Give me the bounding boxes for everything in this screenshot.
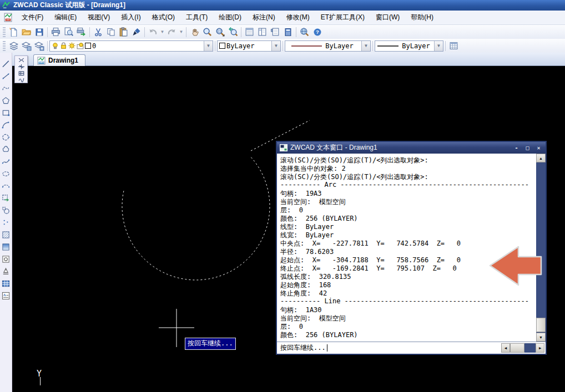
- circle-button[interactable]: [1, 133, 11, 142]
- line-button[interactable]: [1, 59, 11, 69]
- mtext-button[interactable]: A: [1, 291, 11, 301]
- history-line-13: 终止点: X= -169.2841 Y= 795.107 Z= 0: [280, 264, 536, 272]
- scroll-down-button[interactable]: ▼: [536, 333, 546, 342]
- menu-item-7[interactable]: 标注(N): [247, 11, 281, 24]
- redo-dropdown[interactable]: ▼: [178, 26, 184, 38]
- plot-export-button[interactable]: [75, 26, 88, 38]
- paste-button[interactable]: [117, 26, 130, 38]
- rectangle-button[interactable]: [1, 108, 11, 118]
- copy-button[interactable]: [104, 26, 117, 38]
- mini-tool-icon-1[interactable]: [18, 57, 25, 63]
- open-button[interactable]: [20, 26, 33, 38]
- lineweight-combobox[interactable]: ByLayer ▼: [375, 40, 443, 52]
- undo-button[interactable]: [147, 26, 159, 38]
- point-button[interactable]: [1, 218, 11, 227]
- menu-item-6[interactable]: 绘图(D): [213, 11, 247, 24]
- revision-cloud-button[interactable]: [1, 145, 11, 154]
- insert-block-button[interactable]: [1, 194, 11, 203]
- layer-states-button[interactable]: [20, 40, 33, 52]
- menu-item-11[interactable]: 帮助(H): [405, 11, 439, 24]
- boundary-button[interactable]: [1, 267, 11, 276]
- text-window[interactable]: ZWCAD 文本窗口 - Drawing1 - □ ✕ 滚动(SC)/分类(SO…: [276, 141, 547, 355]
- menu-item-5[interactable]: 工具(T): [180, 11, 213, 24]
- scroll-up-button[interactable]: ▲: [536, 154, 546, 162]
- zoom-window-button[interactable]: [214, 26, 226, 38]
- menu-item-1[interactable]: 编辑(E): [49, 11, 82, 24]
- find-button[interactable]: [298, 26, 311, 38]
- horizontal-scrollbar[interactable]: ◀ ▶: [501, 343, 544, 353]
- linetype-combobox[interactable]: ByLayer ▼: [285, 40, 371, 52]
- polyline-button[interactable]: [1, 84, 11, 93]
- scroll-right-button[interactable]: ▶: [536, 343, 544, 353]
- layer-properties-button[interactable]: [7, 40, 20, 52]
- layer-previous-button[interactable]: [33, 40, 46, 52]
- horizontal-scroll-thumb[interactable]: [510, 343, 524, 353]
- quickcalc-button[interactable]: [281, 26, 294, 38]
- lineweight-dropdown-arrow[interactable]: ▼: [434, 41, 443, 51]
- mini-tool-icon-4[interactable]: [18, 77, 25, 83]
- command-input-bar[interactable]: 按回车继续... ◀ ▶: [277, 342, 546, 354]
- toolbar-separator: [89, 27, 90, 37]
- undo-dropdown[interactable]: ▼: [159, 26, 165, 38]
- menu-item-10[interactable]: 窗口(W): [370, 11, 405, 24]
- print-button[interactable]: [49, 26, 62, 38]
- vertical-scrollbar[interactable]: ▲ ▼: [536, 154, 546, 342]
- hatch-button[interactable]: [1, 230, 11, 240]
- menu-item-8[interactable]: 修改(M): [281, 11, 315, 24]
- horizontal-scroll-track[interactable]: [524, 343, 536, 353]
- spline-button[interactable]: [1, 157, 11, 166]
- gradient-button[interactable]: [1, 242, 11, 252]
- designcenter-button[interactable]: [256, 26, 269, 38]
- menu-item-2[interactable]: 视图(V): [82, 11, 115, 24]
- mini-tool-icon-2[interactable]: [18, 64, 25, 70]
- mini-tool-icon-3[interactable]: [18, 70, 25, 77]
- open-folder-icon: [22, 27, 31, 37]
- text-window-close-button[interactable]: ✕: [534, 144, 543, 151]
- arc-button[interactable]: [1, 120, 11, 130]
- save-button[interactable]: [33, 26, 46, 38]
- cut-button[interactable]: [92, 26, 104, 38]
- text-window-body: 滚动(SC)/分类(SO)/追踪(T)/<列出选取对象>:选择集当中的对象: 2…: [277, 154, 546, 342]
- color-dropdown-arrow[interactable]: ▼: [271, 41, 280, 51]
- text-window-titlebar[interactable]: ZWCAD 文本窗口 - Drawing1 - □ ✕: [277, 142, 546, 154]
- tab-drawing1[interactable]: DWG Drawing1: [33, 54, 85, 66]
- vertical-scroll-thumb[interactable]: [536, 318, 546, 332]
- toolbar-grip[interactable]: [3, 41, 6, 51]
- dwg-document-icon[interactable]: [3, 13, 13, 22]
- find-globe-icon: [300, 27, 309, 37]
- redo-button[interactable]: [165, 26, 178, 38]
- construction-line-button[interactable]: [1, 72, 11, 81]
- match-properties-button[interactable]: [130, 26, 143, 38]
- standard-toolbar: ▼ ▼ ?: [0, 25, 565, 39]
- table-button[interactable]: [1, 279, 11, 288]
- layer-dropdown-arrow[interactable]: ▼: [204, 41, 213, 51]
- text-window-maximize-button[interactable]: □: [523, 144, 532, 151]
- menu-item-4[interactable]: 格式(O): [147, 11, 180, 24]
- new-button[interactable]: [7, 26, 20, 38]
- linetype-value: ByLayer: [325, 42, 354, 50]
- scroll-left-button[interactable]: ◀: [501, 343, 510, 353]
- pan-button[interactable]: [188, 26, 201, 38]
- menu-item-0[interactable]: 文件(F): [16, 11, 49, 24]
- menu-item-9[interactable]: ET扩展工具(X): [315, 11, 370, 24]
- drawing-canvas[interactable]: Y 按回车继续... ZWCAD 文本窗口 - Drawing1 - □ ✕ 滚…: [12, 66, 565, 392]
- region-button[interactable]: [1, 254, 11, 264]
- properties-button[interactable]: [243, 26, 256, 38]
- help-button[interactable]: ?: [311, 26, 324, 38]
- print-preview-button[interactable]: [62, 26, 75, 38]
- ellipse-arc-button[interactable]: [1, 181, 11, 191]
- table-style-button[interactable]: [447, 40, 460, 52]
- color-combobox[interactable]: ByLayer ▼: [217, 40, 281, 52]
- layer-combobox[interactable]: 0 ▼: [49, 40, 213, 52]
- polygon-button[interactable]: [1, 96, 11, 105]
- text-caret: [327, 344, 327, 352]
- menu-item-3[interactable]: 插入(I): [115, 11, 146, 24]
- zoom-realtime-button[interactable]: [201, 26, 214, 38]
- ellipse-button[interactable]: [1, 169, 11, 179]
- tool-palettes-button[interactable]: [269, 26, 281, 38]
- make-block-button[interactable]: [1, 206, 11, 215]
- toolbar-grip[interactable]: [3, 27, 6, 37]
- text-window-minimize-button[interactable]: -: [512, 144, 521, 151]
- linetype-dropdown-arrow[interactable]: ▼: [361, 41, 370, 51]
- zoom-previous-button[interactable]: [226, 26, 239, 38]
